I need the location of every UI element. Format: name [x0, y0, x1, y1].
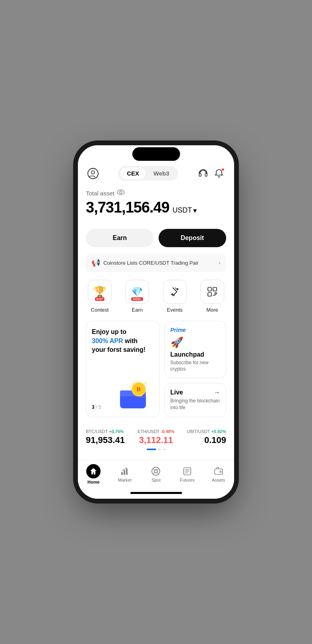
quick-icon-events[interactable]: Events [161, 280, 189, 313]
deposit-button[interactable]: Deposit [159, 229, 227, 247]
header: CEX Web3 [78, 163, 234, 185]
support-icon[interactable] [196, 166, 210, 181]
asset-label-text: Total asset [86, 190, 114, 197]
svg-point-2 [117, 190, 124, 195]
earn-button[interactable]: Earn [86, 229, 154, 247]
scroll-dot-inactive-2 [163, 449, 166, 450]
svg-point-28 [220, 471, 221, 472]
rocket-icon: 🚀 [171, 336, 221, 349]
launchpad-subtitle: Subscribe for new cryptos [171, 360, 221, 372]
megaphone-icon: 📢 [91, 258, 100, 267]
scroll-indicator [86, 445, 226, 452]
assets-icon [213, 466, 224, 476]
hodl-badge: HODL [131, 297, 143, 301]
ticker-ubit[interactable]: UBIT/USDT +0.92% 0.109 [179, 429, 226, 445]
svg-rect-8 [208, 293, 211, 296]
right-cards: Prime 🚀 Launchpad Subscribe for new cryp… [165, 321, 227, 417]
nav-futures[interactable]: Futures [172, 466, 203, 482]
tab-switcher: CEX Web3 [118, 166, 178, 181]
savings-card[interactable]: Enjoy up to 300% APR with your forst sav… [86, 321, 160, 417]
total-asset-label: Total asset [86, 189, 226, 197]
home-label: Home [87, 480, 100, 484]
more-icon-box [200, 280, 224, 304]
ubit-price: 0.109 [179, 435, 226, 445]
live-arrow-icon: → [214, 389, 220, 396]
live-card[interactable]: Live → Bringing the blockchain into life [165, 383, 227, 417]
market-icon [120, 466, 130, 476]
contest-label: Contest [91, 307, 109, 313]
eth-pair: ETH/USDT -0.48% [133, 429, 180, 434]
svg-point-17 [129, 386, 131, 387]
assets-label: Assets [212, 478, 225, 482]
profile-icon[interactable] [86, 166, 100, 181]
quick-icons-row: 🏆 HOT Contest 💎 HODL Earn [86, 280, 226, 313]
events-label: Events [167, 307, 183, 313]
nav-assets[interactable]: Assets [203, 466, 234, 482]
ticker-row: BTC/USDT +0.76% 91,953.41 ETH/USDT -0.48… [86, 429, 226, 445]
svg-text:B: B [137, 386, 141, 392]
ticker-section: BTC/USDT +0.76% 91,953.41 ETH/USDT -0.48… [86, 425, 226, 460]
svg-rect-7 [213, 287, 217, 291]
notification-icon[interactable] [212, 166, 226, 181]
tab-web3[interactable]: Web3 [147, 168, 176, 179]
launchpad-title: Launchpad [171, 351, 221, 358]
contest-icon-box: 🏆 HOT [88, 280, 112, 304]
visibility-icon[interactable] [117, 189, 125, 197]
svg-rect-20 [126, 468, 128, 475]
home-bar [130, 492, 182, 494]
futures-label: Futures [180, 478, 194, 482]
apr-text: 300% APR [92, 338, 123, 344]
savings-card-text: Enjoy up to 300% APR with your forst sav… [92, 328, 154, 354]
ticker-btc[interactable]: BTC/USDT +0.76% 91,953.41 [86, 429, 133, 445]
bitcoin-wallet-illustration: B [118, 381, 154, 410]
earn-icon-box: 💎 HODL [125, 280, 149, 304]
card-bottom: 3 / 5 [92, 381, 154, 410]
status-bar [78, 145, 234, 163]
scroll-dot-inactive [158, 449, 161, 450]
btc-change: +0.76% [109, 429, 124, 434]
dynamic-island [132, 147, 180, 161]
more-label: More [206, 307, 218, 313]
prime-label: Prime [171, 327, 221, 333]
btc-pair: BTC/USDT +0.76% [86, 429, 133, 434]
nav-spot[interactable]: Spot [140, 466, 172, 482]
tab-cex[interactable]: CEX [120, 168, 145, 179]
svg-rect-6 [208, 287, 211, 291]
asset-amount: 3,731,156.49 [86, 199, 169, 216]
ticker-eth[interactable]: ETH/USDT -0.48% 3,112.11 [133, 429, 180, 445]
announcement-arrow-icon: › [219, 259, 221, 266]
asset-currency[interactable]: USDT ▾ [172, 206, 197, 215]
quick-icon-more[interactable]: More [198, 280, 226, 313]
bottom-nav: Home Market Spot [78, 460, 234, 488]
btc-price: 91,953.41 [86, 435, 133, 445]
eth-price: 3,112.11 [133, 435, 180, 445]
live-header: Live → [171, 389, 221, 396]
eth-change: -0.48% [161, 429, 174, 434]
quick-icon-contest[interactable]: 🏆 HOT Contest [86, 280, 114, 313]
main-content: Total asset 3,731,156.49 USDT ▾ Earn De [78, 185, 234, 460]
nav-home[interactable]: Home [78, 464, 109, 484]
page-indicator: 3 / 5 [92, 403, 101, 410]
svg-rect-18 [121, 472, 123, 475]
announcement-bar[interactable]: 📢 Coinstore Lists CORE/USDT Trading Pair… [86, 254, 226, 272]
ubit-change: +0.92% [211, 429, 226, 434]
market-label: Market [118, 478, 132, 482]
hot-badge: HOT [95, 297, 105, 301]
total-asset-value: 3,731,156.49 USDT ▾ [86, 199, 226, 216]
launchpad-card[interactable]: Prime 🚀 Launchpad Subscribe for new cryp… [165, 321, 227, 378]
home-indicator [78, 488, 234, 499]
nav-market[interactable]: Market [109, 466, 141, 482]
phone-frame: CEX Web3 Total asset [78, 145, 234, 499]
svg-point-21 [152, 467, 160, 475]
live-title: Live [171, 389, 183, 396]
announcement-text: 📢 Coinstore Lists CORE/USDT Trading Pair [91, 258, 199, 267]
futures-icon [182, 466, 192, 476]
svg-point-3 [120, 191, 122, 193]
spot-icon [151, 466, 161, 476]
spot-label: Spot [151, 478, 161, 482]
cards-row: Enjoy up to 300% APR with your forst sav… [86, 321, 226, 417]
total-asset-section: Total asset 3,731,156.49 USDT ▾ [86, 185, 226, 222]
quick-icon-earn[interactable]: 💎 HODL Earn [123, 280, 151, 313]
scroll-dot-active [147, 449, 156, 450]
home-icon [86, 464, 101, 478]
